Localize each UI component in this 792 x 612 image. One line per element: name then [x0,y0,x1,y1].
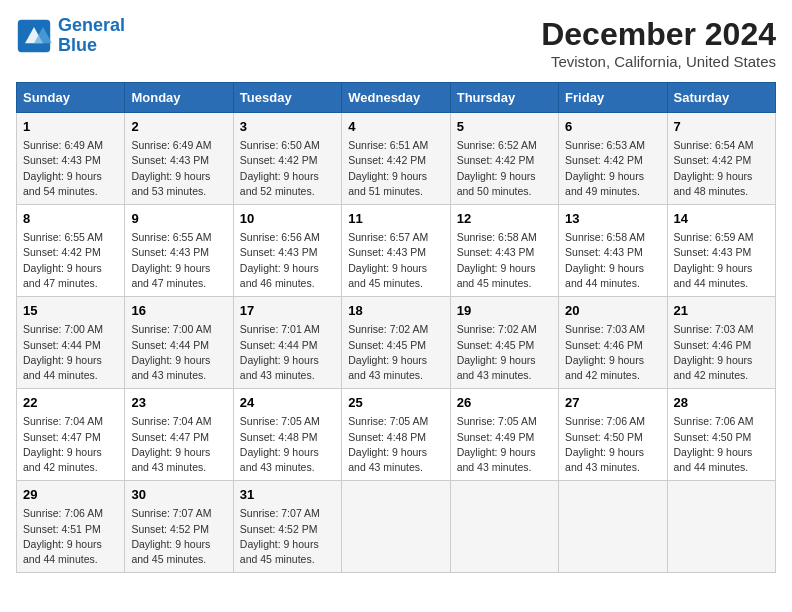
day-info: Sunrise: 7:06 AMSunset: 4:51 PMDaylight:… [23,506,118,567]
calendar-cell: 2Sunrise: 6:49 AMSunset: 4:43 PMDaylight… [125,113,233,205]
calendar-cell: 31Sunrise: 7:07 AMSunset: 4:52 PMDayligh… [233,481,341,573]
day-number: 30 [131,486,226,504]
calendar-cell: 23Sunrise: 7:04 AMSunset: 4:47 PMDayligh… [125,389,233,481]
header-cell-tuesday: Tuesday [233,83,341,113]
calendar-cell: 1Sunrise: 6:49 AMSunset: 4:43 PMDaylight… [17,113,125,205]
day-info: Sunrise: 7:05 AMSunset: 4:48 PMDaylight:… [348,414,443,475]
calendar-cell: 14Sunrise: 6:59 AMSunset: 4:43 PMDayligh… [667,205,775,297]
calendar-cell [559,481,667,573]
calendar-week-4: 22Sunrise: 7:04 AMSunset: 4:47 PMDayligh… [17,389,776,481]
calendar-cell [667,481,775,573]
day-info: Sunrise: 6:49 AMSunset: 4:43 PMDaylight:… [23,138,118,199]
calendar-cell: 7Sunrise: 6:54 AMSunset: 4:42 PMDaylight… [667,113,775,205]
day-info: Sunrise: 7:07 AMSunset: 4:52 PMDaylight:… [240,506,335,567]
calendar-cell: 26Sunrise: 7:05 AMSunset: 4:49 PMDayligh… [450,389,558,481]
calendar-cell [450,481,558,573]
day-info: Sunrise: 6:57 AMSunset: 4:43 PMDaylight:… [348,230,443,291]
day-info: Sunrise: 6:55 AMSunset: 4:43 PMDaylight:… [131,230,226,291]
calendar-cell: 28Sunrise: 7:06 AMSunset: 4:50 PMDayligh… [667,389,775,481]
day-number: 11 [348,210,443,228]
calendar-cell: 29Sunrise: 7:06 AMSunset: 4:51 PMDayligh… [17,481,125,573]
day-info: Sunrise: 7:01 AMSunset: 4:44 PMDaylight:… [240,322,335,383]
day-number: 27 [565,394,660,412]
day-info: Sunrise: 6:50 AMSunset: 4:42 PMDaylight:… [240,138,335,199]
day-number: 22 [23,394,118,412]
day-number: 15 [23,302,118,320]
day-info: Sunrise: 6:58 AMSunset: 4:43 PMDaylight:… [565,230,660,291]
day-number: 6 [565,118,660,136]
calendar-cell: 9Sunrise: 6:55 AMSunset: 4:43 PMDaylight… [125,205,233,297]
day-info: Sunrise: 7:05 AMSunset: 4:48 PMDaylight:… [240,414,335,475]
calendar-cell: 4Sunrise: 6:51 AMSunset: 4:42 PMDaylight… [342,113,450,205]
day-number: 9 [131,210,226,228]
day-info: Sunrise: 6:56 AMSunset: 4:43 PMDaylight:… [240,230,335,291]
calendar-cell [342,481,450,573]
day-info: Sunrise: 6:59 AMSunset: 4:43 PMDaylight:… [674,230,769,291]
day-number: 23 [131,394,226,412]
day-info: Sunrise: 7:00 AMSunset: 4:44 PMDaylight:… [23,322,118,383]
calendar-cell: 16Sunrise: 7:00 AMSunset: 4:44 PMDayligh… [125,297,233,389]
header-cell-saturday: Saturday [667,83,775,113]
day-number: 31 [240,486,335,504]
day-number: 24 [240,394,335,412]
calendar-week-1: 1Sunrise: 6:49 AMSunset: 4:43 PMDaylight… [17,113,776,205]
calendar-body: 1Sunrise: 6:49 AMSunset: 4:43 PMDaylight… [17,113,776,573]
calendar-cell: 30Sunrise: 7:07 AMSunset: 4:52 PMDayligh… [125,481,233,573]
calendar-cell: 20Sunrise: 7:03 AMSunset: 4:46 PMDayligh… [559,297,667,389]
logo-text: General Blue [58,16,125,56]
day-info: Sunrise: 6:58 AMSunset: 4:43 PMDaylight:… [457,230,552,291]
day-number: 13 [565,210,660,228]
day-info: Sunrise: 7:02 AMSunset: 4:45 PMDaylight:… [348,322,443,383]
header-cell-thursday: Thursday [450,83,558,113]
header-cell-sunday: Sunday [17,83,125,113]
day-number: 10 [240,210,335,228]
day-number: 17 [240,302,335,320]
calendar-cell: 13Sunrise: 6:58 AMSunset: 4:43 PMDayligh… [559,205,667,297]
calendar-cell: 25Sunrise: 7:05 AMSunset: 4:48 PMDayligh… [342,389,450,481]
calendar-cell: 8Sunrise: 6:55 AMSunset: 4:42 PMDaylight… [17,205,125,297]
day-info: Sunrise: 7:07 AMSunset: 4:52 PMDaylight:… [131,506,226,567]
day-number: 3 [240,118,335,136]
calendar-cell: 27Sunrise: 7:06 AMSunset: 4:50 PMDayligh… [559,389,667,481]
header-cell-wednesday: Wednesday [342,83,450,113]
calendar-cell: 18Sunrise: 7:02 AMSunset: 4:45 PMDayligh… [342,297,450,389]
day-number: 5 [457,118,552,136]
day-info: Sunrise: 7:04 AMSunset: 4:47 PMDaylight:… [131,414,226,475]
logo-icon [16,18,52,54]
calendar-cell: 6Sunrise: 6:53 AMSunset: 4:42 PMDaylight… [559,113,667,205]
header-row: SundayMondayTuesdayWednesdayThursdayFrid… [17,83,776,113]
day-info: Sunrise: 6:55 AMSunset: 4:42 PMDaylight:… [23,230,118,291]
day-info: Sunrise: 7:02 AMSunset: 4:45 PMDaylight:… [457,322,552,383]
logo-blue: Blue [58,35,97,55]
title-block: December 2024 Teviston, California, Unit… [541,16,776,70]
header-cell-monday: Monday [125,83,233,113]
calendar-cell: 10Sunrise: 6:56 AMSunset: 4:43 PMDayligh… [233,205,341,297]
calendar-cell: 5Sunrise: 6:52 AMSunset: 4:42 PMDaylight… [450,113,558,205]
day-info: Sunrise: 7:00 AMSunset: 4:44 PMDaylight:… [131,322,226,383]
calendar-week-2: 8Sunrise: 6:55 AMSunset: 4:42 PMDaylight… [17,205,776,297]
calendar-cell: 11Sunrise: 6:57 AMSunset: 4:43 PMDayligh… [342,205,450,297]
day-number: 26 [457,394,552,412]
calendar-cell: 21Sunrise: 7:03 AMSunset: 4:46 PMDayligh… [667,297,775,389]
day-number: 29 [23,486,118,504]
day-info: Sunrise: 7:03 AMSunset: 4:46 PMDaylight:… [565,322,660,383]
page-subtitle: Teviston, California, United States [541,53,776,70]
day-number: 1 [23,118,118,136]
calendar-week-5: 29Sunrise: 7:06 AMSunset: 4:51 PMDayligh… [17,481,776,573]
day-info: Sunrise: 7:04 AMSunset: 4:47 PMDaylight:… [23,414,118,475]
day-number: 19 [457,302,552,320]
day-number: 20 [565,302,660,320]
page-title: December 2024 [541,16,776,53]
page-header: General Blue December 2024 Teviston, Cal… [16,16,776,70]
logo: General Blue [16,16,125,56]
calendar-cell: 17Sunrise: 7:01 AMSunset: 4:44 PMDayligh… [233,297,341,389]
calendar-cell: 12Sunrise: 6:58 AMSunset: 4:43 PMDayligh… [450,205,558,297]
logo-general: General [58,15,125,35]
calendar-cell: 24Sunrise: 7:05 AMSunset: 4:48 PMDayligh… [233,389,341,481]
day-info: Sunrise: 7:06 AMSunset: 4:50 PMDaylight:… [674,414,769,475]
day-number: 7 [674,118,769,136]
day-number: 8 [23,210,118,228]
calendar-table: SundayMondayTuesdayWednesdayThursdayFrid… [16,82,776,573]
day-info: Sunrise: 6:51 AMSunset: 4:42 PMDaylight:… [348,138,443,199]
day-number: 4 [348,118,443,136]
